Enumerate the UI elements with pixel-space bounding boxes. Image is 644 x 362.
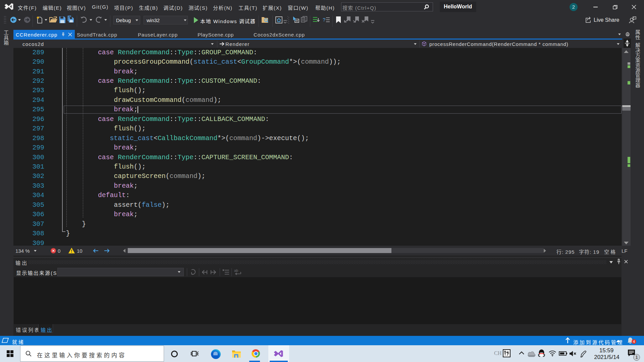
svg-text:?: ?	[323, 17, 325, 22]
svg-text:ab: ab	[234, 268, 238, 273]
